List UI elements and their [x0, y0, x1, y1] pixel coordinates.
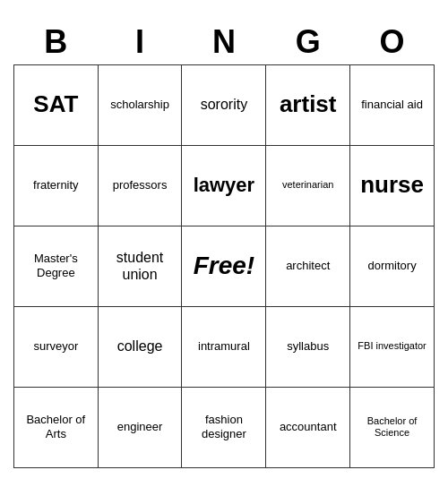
bingo-letter-i: I [98, 20, 182, 65]
bingo-cell-0-2: sorority [182, 64, 266, 145]
cell-text-1-2: lawyer [185, 174, 262, 197]
bingo-cell-3-1: college [98, 306, 182, 387]
cell-text-4-2: fashion designer [185, 413, 262, 440]
bingo-cell-2-3: architect [266, 226, 350, 306]
bingo-cell-1-1: professors [98, 145, 182, 226]
cell-text-4-3: accountant [270, 420, 346, 434]
bingo-cell-0-0: SAT [14, 64, 99, 145]
bingo-cell-1-0: fraternity [14, 145, 99, 226]
cell-text-1-1: professors [102, 178, 178, 192]
cell-text-0-3: artist [270, 90, 346, 118]
bingo-cell-3-2: intramural [182, 306, 266, 387]
cell-text-3-2: intramural [185, 339, 262, 354]
cell-text-4-4: Bachelor of Science [354, 415, 430, 439]
bingo-cell-0-3: artist [266, 64, 350, 145]
bingo-letter-o: O [350, 20, 435, 65]
bingo-cell-2-0: Master's Degree [14, 226, 99, 306]
cell-text-2-3: architect [270, 259, 346, 273]
bingo-cell-1-3: veterinarian [266, 145, 350, 226]
bingo-header: BINGO [14, 20, 435, 65]
bingo-cell-2-2: Free! [182, 226, 266, 306]
bingo-cell-1-4: nurse [350, 145, 435, 226]
cell-text-1-3: veterinarian [270, 179, 346, 191]
bingo-cell-0-4: financial aid [350, 64, 435, 145]
cell-text-1-4: nurse [354, 171, 430, 199]
cell-text-2-4: dormitory [354, 259, 430, 273]
cell-text-3-0: surveyor [18, 339, 94, 354]
cell-text-0-1: scholarship [102, 98, 178, 112]
cell-text-2-2: Free! [185, 251, 262, 281]
cell-text-4-0: Bachelor of Arts [18, 413, 94, 440]
bingo-row-3: surveyorcollegeintramuralsyllabusFBI inv… [14, 306, 435, 387]
cell-text-3-4: FBI investigator [354, 340, 430, 352]
bingo-row-2: Master's Degreestudent unionFree!archite… [14, 226, 435, 306]
bingo-cell-0-1: scholarship [98, 64, 182, 145]
bingo-cell-4-2: fashion designer [182, 387, 266, 467]
bingo-cell-1-2: lawyer [182, 145, 266, 226]
cell-text-0-2: sorority [185, 96, 262, 113]
bingo-row-1: fraternityprofessorslawyerveterinariannu… [14, 145, 435, 226]
bingo-cell-4-1: engineer [98, 387, 182, 467]
bingo-cell-3-0: surveyor [14, 306, 99, 387]
cell-text-3-3: syllabus [270, 339, 346, 354]
bingo-cell-4-0: Bachelor of Arts [14, 387, 99, 467]
bingo-cell-2-1: student union [98, 226, 182, 306]
bingo-cell-3-4: FBI investigator [350, 306, 435, 387]
cell-text-0-0: SAT [18, 90, 94, 118]
cell-text-4-1: engineer [102, 420, 178, 434]
bingo-cell-4-3: accountant [266, 387, 350, 467]
bingo-letter-g: G [266, 20, 350, 65]
bingo-letter-b: B [14, 20, 99, 65]
bingo-card: BINGO SATscholarshipsororityartistfinanc… [13, 20, 435, 468]
cell-text-3-1: college [102, 337, 178, 355]
bingo-letter-n: N [182, 20, 266, 65]
bingo-row-4: Bachelor of Artsengineerfashion designer… [14, 387, 435, 467]
bingo-row-0: SATscholarshipsororityartistfinancial ai… [14, 64, 435, 145]
cell-text-1-0: fraternity [18, 178, 94, 192]
cell-text-2-1: student union [102, 249, 178, 283]
cell-text-0-4: financial aid [354, 98, 430, 112]
bingo-cell-4-4: Bachelor of Science [350, 387, 435, 467]
bingo-cell-3-3: syllabus [266, 306, 350, 387]
cell-text-2-0: Master's Degree [18, 252, 94, 279]
bingo-cell-2-4: dormitory [350, 226, 435, 306]
